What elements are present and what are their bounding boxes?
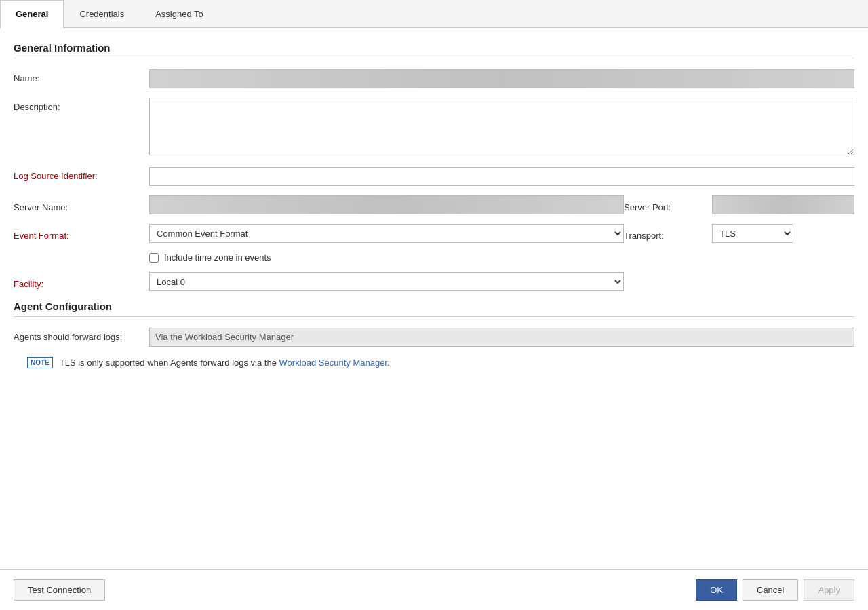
tab-general[interactable]: General xyxy=(0,0,64,28)
facility-col: Facility: Local 0 Local 1 Local 2 Local … xyxy=(14,272,624,291)
description-row: Description: xyxy=(14,98,854,157)
log-source-row: Log Source Identifier: xyxy=(14,167,854,186)
tab-credentials[interactable]: Credentials xyxy=(64,0,140,27)
log-source-label: Log Source Identifier: xyxy=(14,167,149,181)
name-input-wrap xyxy=(149,69,854,88)
facility-label: Facility: xyxy=(14,275,149,289)
agents-forward-value: Via the Workload Security Manager xyxy=(149,328,854,347)
server-name-input[interactable] xyxy=(149,195,624,214)
facility-select-wrap: Local 0 Local 1 Local 2 Local 3 Local 4 … xyxy=(149,272,624,291)
agents-forward-input-wrap: Via the Workload Security Manager xyxy=(149,328,854,347)
name-input[interactable] xyxy=(149,69,854,88)
event-format-select[interactable]: Common Event Format LEEF Syslog xyxy=(149,224,624,243)
main-content: General Information Name: Description: L… xyxy=(0,28,868,569)
log-source-input-wrap xyxy=(149,167,854,186)
apply-button[interactable]: Apply xyxy=(804,579,854,601)
agent-config-heading: Agent Configuration xyxy=(14,301,854,317)
server-port-col: Server Port: xyxy=(624,195,854,214)
transport-select[interactable]: TLS TCP UDP xyxy=(712,224,793,243)
facility-row: Facility: Local 0 Local 1 Local 2 Local … xyxy=(14,272,854,291)
event-format-col: Event Format: Common Event Format LEEF S… xyxy=(14,224,624,243)
timezone-checkbox-row: Include time zone in events xyxy=(149,252,854,263)
ok-button[interactable]: OK xyxy=(696,579,737,601)
workload-security-link[interactable]: Workload Security Manager xyxy=(279,358,387,368)
agents-forward-label: Agents should forward logs: xyxy=(14,328,149,342)
timezone-checkbox-label: Include time zone in events xyxy=(164,252,271,263)
event-format-row: Event Format: Common Event Format LEEF S… xyxy=(14,224,854,243)
tab-assigned-to[interactable]: Assigned To xyxy=(140,0,219,27)
event-format-label: Event Format: xyxy=(14,227,149,241)
general-info-heading: General Information xyxy=(14,42,854,58)
description-label: Description: xyxy=(14,98,149,112)
note-badge: NOTE xyxy=(27,357,53,368)
name-row: Name: xyxy=(14,69,854,88)
timezone-checkbox[interactable] xyxy=(149,253,159,263)
server-name-input-wrap xyxy=(149,195,624,214)
transport-col: Transport: TLS TCP UDP xyxy=(624,224,854,243)
footer-left: Test Connection xyxy=(14,579,105,601)
footer: Test Connection OK Cancel Apply xyxy=(0,569,868,610)
transport-label: Transport: xyxy=(624,227,712,241)
footer-right: OK Cancel Apply xyxy=(696,579,854,601)
tabs-bar: General Credentials Assigned To xyxy=(0,0,868,28)
server-name-label: Server Name: xyxy=(14,198,149,212)
event-format-select-wrap: Common Event Format LEEF Syslog xyxy=(149,224,624,243)
log-source-input[interactable] xyxy=(149,167,854,186)
server-port-input[interactable] xyxy=(712,195,854,214)
description-input[interactable] xyxy=(149,98,854,155)
note-text: TLS is only supported when Agents forwar… xyxy=(60,356,390,370)
test-connection-button[interactable]: Test Connection xyxy=(14,579,105,601)
server-name-col: Server Name: xyxy=(14,195,624,214)
server-port-label: Server Port: xyxy=(624,198,712,212)
description-input-wrap xyxy=(149,98,854,157)
name-label: Name: xyxy=(14,69,149,83)
cancel-button[interactable]: Cancel xyxy=(743,579,798,601)
note-row: NOTE TLS is only supported when Agents f… xyxy=(27,356,854,370)
facility-select[interactable]: Local 0 Local 1 Local 2 Local 3 Local 4 … xyxy=(149,272,624,291)
agents-forward-row: Agents should forward logs: Via the Work… xyxy=(14,328,854,347)
server-name-row: Server Name: Server Port: xyxy=(14,195,854,214)
